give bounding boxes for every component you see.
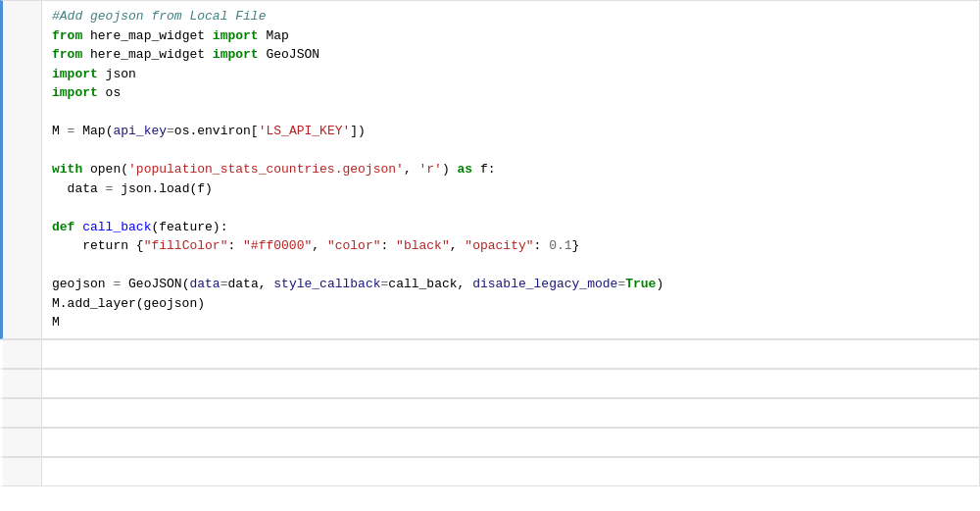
cell-gutter-2 <box>3 340 42 368</box>
code-cell-3[interactable] <box>0 369 980 398</box>
code-plain: os.environ[ <box>174 124 259 138</box>
code-plain: call_back, <box>388 277 472 291</box>
code-cell-5[interactable] <box>0 428 980 457</box>
cell-gutter-4 <box>3 399 42 427</box>
code-plain: data <box>52 181 106 196</box>
code-plain: return { <box>52 238 144 253</box>
code-param: api_key <box>113 124 167 138</box>
cell-gutter-6 <box>3 458 42 485</box>
code-cell-2[interactable] <box>0 339 980 369</box>
cell-body-5[interactable] <box>42 429 979 456</box>
kw-import-4: import <box>52 85 98 100</box>
kw-from-2: from <box>52 47 82 62</box>
kw-from-1: from <box>52 28 82 43</box>
cell-body-3[interactable] <box>42 370 979 397</box>
cell-gutter-3 <box>3 370 42 397</box>
code-plain: , <box>450 238 466 253</box>
code-string: "black" <box>396 238 450 253</box>
code-plain: : <box>534 238 550 253</box>
code-plain: f: <box>472 162 495 177</box>
code-string: "color" <box>327 238 381 253</box>
kw-as: as <box>458 162 473 177</box>
code-plain: here_map_widget <box>82 28 213 43</box>
code-plain: M <box>52 315 60 330</box>
kw-import-1: import <box>213 28 259 43</box>
cell-body-1[interactable]: #Add geojson from Local File from here_m… <box>42 1 979 338</box>
code-cell-1[interactable]: #Add geojson from Local File from here_m… <box>0 0 980 339</box>
code-cell-6[interactable] <box>0 457 980 486</box>
code-plain: ) <box>656 277 663 291</box>
code-string: "fillColor" <box>144 238 228 253</box>
code-plain: Map( <box>74 124 113 138</box>
code-plain: json <box>98 67 136 81</box>
kw-import-3: import <box>52 67 98 81</box>
code-plain: data, <box>227 277 273 291</box>
cell-body-6[interactable] <box>42 458 979 485</box>
code-plain: os <box>98 85 121 100</box>
code-number: 0.1 <box>549 238 571 253</box>
cell-gutter-5 <box>3 429 42 456</box>
kw-def: def <box>52 220 74 234</box>
code-plain: , <box>312 238 327 253</box>
code-plain: (feature): <box>151 220 227 234</box>
code-plain: open( <box>82 162 128 177</box>
code-plain: ]) <box>350 124 366 138</box>
code-operator: = <box>167 124 174 138</box>
code-string: 'LS_API_KEY' <box>259 124 351 138</box>
code-param: style_callback <box>273 277 380 291</box>
code-string: 'population_stats_countries.geojson' <box>128 162 404 177</box>
code-plain: ) <box>442 162 458 177</box>
code-plain: M <box>52 124 68 138</box>
code-plain: Map <box>259 28 289 43</box>
cell-body-4[interactable] <box>42 399 979 427</box>
code-plain: , <box>404 162 419 177</box>
code-string: "#ff0000" <box>243 238 312 253</box>
code-param: disable_legacy_mode <box>472 277 617 291</box>
code-function: call_back <box>82 220 151 234</box>
code-plain: here_map_widget <box>82 47 213 62</box>
code-plain: geojson <box>52 277 113 291</box>
code-boolean: True <box>625 277 656 291</box>
notebook-container: #Add geojson from Local File from here_m… <box>0 0 980 511</box>
code-plain: : <box>381 238 397 253</box>
cell-gutter-1 <box>3 1 42 338</box>
code-string: 'r' <box>419 162 442 177</box>
code-string: "opacity" <box>465 238 533 253</box>
cell-body-2[interactable] <box>42 340 979 368</box>
code-plain: } <box>572 238 580 253</box>
code-plain: json.load(f) <box>113 181 212 196</box>
code-cell-4[interactable] <box>0 398 980 428</box>
code-param: data <box>189 277 220 291</box>
code-plain: GeoJSON( <box>121 277 189 291</box>
code-comment: #Add geojson from Local File <box>52 9 266 24</box>
kw-import-2: import <box>213 47 259 62</box>
code-plain: M.add_layer(geojson) <box>52 296 205 311</box>
kw-with: with <box>52 162 82 177</box>
code-plain: : <box>227 238 243 253</box>
code-plain: GeoJSON <box>259 47 319 62</box>
